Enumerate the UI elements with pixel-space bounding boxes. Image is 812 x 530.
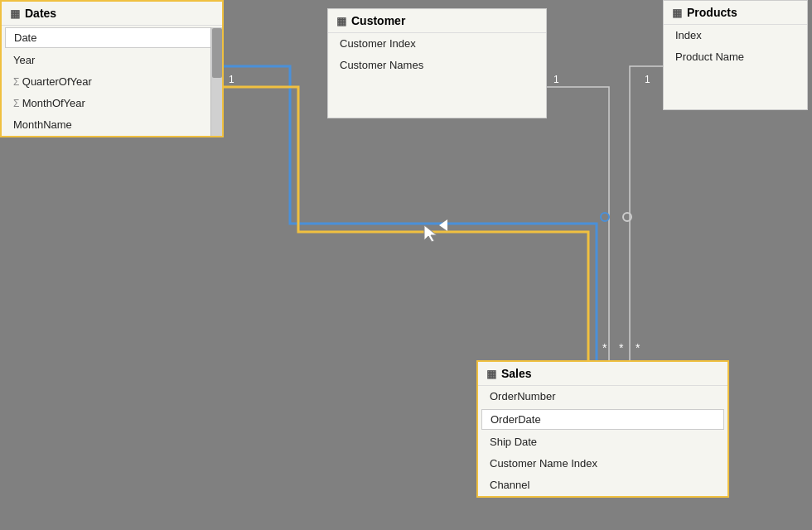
sales-row-customernameindex[interactable]: Customer Name Index bbox=[478, 453, 727, 475]
products-grid-icon: ▦ bbox=[672, 7, 682, 19]
svg-text:1: 1 bbox=[229, 74, 234, 85]
sales-ordernumber-label: OrderNumber bbox=[490, 390, 555, 402]
sales-table-header: ▦ Sales bbox=[478, 362, 727, 386]
cursor bbox=[423, 224, 439, 247]
sales-row-ordernumber[interactable]: OrderNumber bbox=[478, 386, 727, 407]
svg-text:1: 1 bbox=[553, 74, 559, 85]
sales-channel-label: Channel bbox=[490, 479, 529, 491]
products-table: ▦ Products Index Product Name bbox=[663, 0, 808, 110]
svg-marker-10 bbox=[424, 225, 437, 242]
sales-customernameindex-label: Customer Name Index bbox=[490, 457, 597, 470]
dates-row-quarterofyear[interactable]: QuarterOfYear bbox=[2, 71, 222, 93]
dates-scrollbar-thumb[interactable] bbox=[212, 28, 222, 78]
svg-text:1: 1 bbox=[645, 74, 650, 85]
sales-table: ▦ Sales OrderNumber OrderDate Ship Date … bbox=[476, 360, 729, 498]
sales-row-shipdate[interactable]: Ship Date bbox=[478, 431, 727, 453]
dates-table-header: ▦ Dates bbox=[2, 2, 222, 26]
products-row-productname[interactable]: Product Name bbox=[664, 46, 807, 68]
dates-year-label: Year bbox=[13, 54, 35, 66]
svg-marker-6 bbox=[439, 219, 447, 231]
sales-shipdate-label: Ship Date bbox=[490, 436, 537, 448]
dates-row-date[interactable]: Date bbox=[5, 27, 219, 48]
sales-orderdate-label: OrderDate bbox=[491, 413, 541, 426]
customer-grid-icon: ▦ bbox=[336, 15, 346, 27]
products-index-label: Index bbox=[675, 29, 702, 41]
customer-row-index[interactable]: Customer Index bbox=[328, 33, 546, 55]
svg-text:*: * bbox=[602, 341, 607, 354]
dates-table: ▦ Dates Date Year QuarterOfYear MonthOfY… bbox=[0, 0, 224, 137]
sales-row-orderdate[interactable]: OrderDate bbox=[481, 409, 724, 430]
svg-point-8 bbox=[623, 213, 631, 221]
dates-grid-icon: ▦ bbox=[10, 7, 20, 20]
products-table-title: Products bbox=[687, 6, 737, 19]
svg-point-7 bbox=[601, 213, 609, 221]
svg-text:*: * bbox=[619, 341, 624, 354]
dates-row-year[interactable]: Year bbox=[2, 50, 222, 71]
customer-table-header: ▦ Customer bbox=[328, 9, 546, 33]
sales-table-title: Sales bbox=[501, 367, 532, 380]
dates-table-title: Dates bbox=[25, 7, 56, 20]
dates-monthofyear-label: MonthOfYear bbox=[22, 97, 85, 109]
customer-names-label: Customer Names bbox=[340, 59, 423, 71]
dates-date-label: Date bbox=[14, 31, 36, 44]
customer-row-names[interactable]: Customer Names bbox=[328, 55, 546, 76]
dates-row-monthname[interactable]: MonthName bbox=[2, 114, 222, 136]
products-productname-label: Product Name bbox=[675, 51, 744, 63]
products-table-header: ▦ Products bbox=[664, 1, 807, 25]
dates-scrollbar[interactable] bbox=[210, 27, 222, 136]
sales-row-channel[interactable]: Channel bbox=[478, 475, 727, 496]
dates-monthname-label: MonthName bbox=[13, 118, 72, 131]
sales-grid-icon: ▦ bbox=[486, 368, 496, 380]
dates-quarterofyear-label: QuarterOfYear bbox=[22, 75, 92, 88]
customer-index-label: Customer Index bbox=[340, 37, 416, 50]
dates-row-monthofyear[interactable]: MonthOfYear bbox=[2, 93, 222, 114]
customer-table: ▦ Customer Customer Index Customer Names bbox=[327, 8, 547, 118]
products-row-index[interactable]: Index bbox=[664, 25, 807, 46]
svg-text:*: * bbox=[636, 341, 640, 354]
customer-table-title: Customer bbox=[351, 14, 405, 27]
